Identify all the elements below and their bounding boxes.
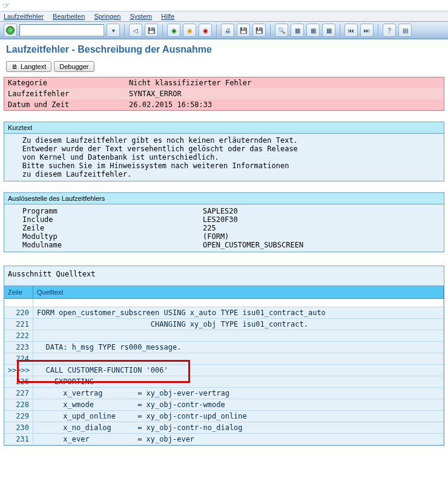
tool1-icon[interactable]: ▦ xyxy=(291,24,304,37)
source-header: Ausschnitt Quelltext xyxy=(4,266,444,286)
kurztext-line: Zu diesem Laufzeitfehler gibt es noch ke… xyxy=(9,136,439,145)
modtyp-value: (FORM) xyxy=(118,232,229,241)
source-line xyxy=(33,353,444,365)
menu-hilfe[interactable]: Hilfe xyxy=(161,13,174,20)
ausloese-header: Auslösestelle des Laufzeitfehlers xyxy=(4,193,444,204)
first-page-icon[interactable]: ⏮ xyxy=(344,24,358,37)
tool2-icon[interactable]: ▦ xyxy=(306,24,320,37)
hdr-err-value: SYNTAX_ERROR xyxy=(129,90,182,98)
source-line: x_vertrag = xy_obj-ever-vertrag xyxy=(33,388,444,399)
source-line: EXPORTING xyxy=(33,376,444,388)
source-row: 226 EXPORTING xyxy=(4,376,444,388)
enter-button[interactable] xyxy=(4,24,17,37)
ausloese-panel: Auslösestelle des Laufzeitfehlers Progra… xyxy=(4,192,444,252)
tool3-icon[interactable]: ▦ xyxy=(322,24,335,37)
kurztext-line: zu diesem Laufzeitfehler. xyxy=(9,170,439,178)
hdr-date-label: Datum und Zeit xyxy=(8,100,129,109)
save4-icon[interactable]: 💾 xyxy=(252,24,266,37)
line-value: 225 xyxy=(118,224,216,232)
kurztext-line: Bitte suchen Sie im Hinweissystem nach w… xyxy=(9,162,439,170)
last-page-icon[interactable]: ⏭ xyxy=(360,24,374,37)
line-number: 223 xyxy=(4,342,33,353)
exit-icon[interactable]: ◉ xyxy=(183,24,196,37)
source-row: 223 DATA: h_msg TYPE rs000_message. xyxy=(4,342,444,353)
source-line: x_wmode = xy_obj-contr-wmode xyxy=(33,399,444,411)
page-title: Laufzeitfehler - Beschreibung der Ausnah… xyxy=(0,39,448,59)
langtext-button[interactable]: 🗎Langtext xyxy=(6,61,51,72)
source-line xyxy=(33,330,444,342)
line-number: 220 xyxy=(4,307,33,319)
toolbar: ▾ ◁ 💾 ◉ ◉ ◉ 🖨 💾 💾 🔍 ▦ ▦ ▦ ⏮ ⏭ ? ▤ xyxy=(0,22,448,39)
line-number: 224 xyxy=(4,353,33,365)
error-header-box: KategorieNicht klassifizierter Fehler La… xyxy=(4,77,444,111)
modname-value: OPEN_CUSTOMER_SUBSCREEN xyxy=(118,241,303,249)
menu-bearbeiten[interactable]: Bearbeiten xyxy=(53,13,85,20)
print-icon[interactable]: 🖨 xyxy=(221,24,234,37)
source-panel: Ausschnitt Quelltext Zeile Quelltext 220… xyxy=(4,266,444,446)
col-src-header: Quelltext xyxy=(33,286,444,299)
command-field[interactable] xyxy=(19,24,104,36)
hdr-cat-value: Nicht klassifizierter Fehler xyxy=(129,79,251,87)
line-number: 221 xyxy=(4,319,33,330)
col-line-header: Zeile xyxy=(4,286,33,299)
menu-laufzeitfehler[interactable]: Laufzeitfehler xyxy=(4,13,44,20)
action-row: 🗎Langtext Debugger xyxy=(0,59,448,77)
help-icon[interactable]: ? xyxy=(383,24,396,37)
kurztext-panel: Kurztext Zu diesem Laufzeitfehler gibt e… xyxy=(4,122,444,181)
prog-label: Programm xyxy=(9,207,118,215)
source-row: 221 CHANGING xy_obj TYPE isu01_contract. xyxy=(4,319,444,330)
incl-label: Include xyxy=(9,215,118,224)
kurztext-header: Kurztext xyxy=(4,122,444,134)
doc-icon: 🗎 xyxy=(12,63,18,70)
source-line: CALL CUSTOMER-FUNCTION '006' xyxy=(33,365,444,376)
modtyp-label: Modultyp xyxy=(9,232,118,241)
line-number: 229 xyxy=(4,411,33,422)
source-row: 224 xyxy=(4,353,444,365)
line-number: 230 xyxy=(4,422,33,434)
line-number: 231 xyxy=(4,434,33,445)
line-label: Zeile xyxy=(9,224,118,232)
line-number: 228 xyxy=(4,399,33,411)
source-row: 220FORM open_customer_subscreen USING x_… xyxy=(4,307,444,319)
source-row: 229 x_upd_online = xy_obj-contr-upd_onli… xyxy=(4,411,444,422)
debugger-button[interactable]: Debugger xyxy=(54,61,94,72)
save-icon[interactable]: ◁ xyxy=(129,24,142,37)
source-row: 228 x_wmode = xy_obj-contr-wmode xyxy=(4,399,444,411)
save2-icon[interactable]: 💾 xyxy=(145,24,158,37)
kurztext-line: von Kernel und Datenbank ist unterschied… xyxy=(9,153,439,162)
hdr-err-label: Laufzeitfehler xyxy=(8,90,129,98)
source-line: CHANGING xy_obj TYPE isu01_contract. xyxy=(33,319,444,330)
source-row: 227 x_vertrag = xy_obj-ever-vertrag xyxy=(4,388,444,399)
menu-system[interactable]: System xyxy=(130,13,153,20)
source-row: >>>>> CALL CUSTOMER-FUNCTION '006' xyxy=(4,365,444,376)
menu-bar: Laufzeitfehler Bearbeiten Springen Syste… xyxy=(0,11,448,22)
save3-icon[interactable]: 💾 xyxy=(237,24,250,37)
menu-springen[interactable]: Springen xyxy=(94,13,120,20)
window-marker: ☞ xyxy=(0,0,448,11)
line-number: >>>>> xyxy=(4,365,33,376)
kurztext-line: Entweder wurde der Text versehentlich ge… xyxy=(9,145,439,153)
back-icon[interactable]: ◉ xyxy=(167,24,180,37)
incl-value: LES20F30 xyxy=(118,215,238,224)
source-row: 230 x_no_dialog = xy_obj-contr-no_dialog xyxy=(4,422,444,434)
prog-value: SAPLES20 xyxy=(118,207,238,215)
source-row: 222 xyxy=(4,330,444,342)
cancel-icon[interactable]: ◉ xyxy=(199,24,212,37)
line-number: 222 xyxy=(4,330,33,342)
modname-label: Modulname xyxy=(9,241,118,249)
source-line: x_ever = xy_obj-ever xyxy=(33,434,444,445)
source-line: DATA: h_msg TYPE rs000_message. xyxy=(33,342,444,353)
line-number: 226 xyxy=(4,376,33,388)
hdr-date-value: 26.02.2015 16:58:33 xyxy=(129,100,212,109)
source-row: 231 x_ever = xy_obj-ever xyxy=(4,434,444,445)
layout-icon[interactable]: ▤ xyxy=(398,24,412,37)
hdr-cat-label: Kategorie xyxy=(8,79,129,87)
dropdown-button[interactable]: ▾ xyxy=(107,24,120,37)
source-line: FORM open_customer_subscreen USING x_aut… xyxy=(33,307,444,319)
source-line: x_no_dialog = xy_obj-contr-no_dialog xyxy=(33,422,444,434)
find-icon[interactable]: 🔍 xyxy=(275,24,288,37)
line-number: 227 xyxy=(4,388,33,399)
source-line: x_upd_online = xy_obj-contr-upd_online xyxy=(33,411,444,422)
